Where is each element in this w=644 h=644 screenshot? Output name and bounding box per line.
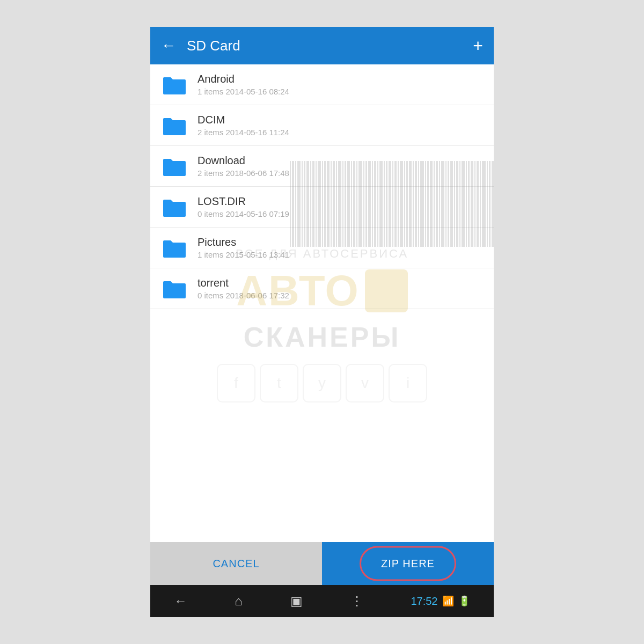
file-info: Download 2 items 2018-06-06 17:48 — [197, 155, 289, 178]
social-instagram-icon: i — [389, 364, 427, 402]
folder-icon — [161, 115, 187, 136]
file-meta: 2 items 2018-06-06 17:48 — [197, 169, 289, 178]
file-name: Pictures — [197, 236, 289, 248]
file-info: Pictures 1 items 2015-05-16 13:41 — [197, 236, 289, 259]
social-facebook-icon: f — [217, 364, 255, 402]
list-item[interactable]: Android 1 items 2014-05-16 08:24 — [150, 64, 494, 105]
social-youtube-icon: y — [303, 364, 341, 402]
nav-menu-icon[interactable]: ⋮ — [350, 594, 363, 609]
nav-home-icon[interactable]: ⌂ — [235, 594, 243, 609]
page-title: SD Card — [187, 38, 473, 54]
watermark-line2: СКАНЕРЫ — [244, 321, 401, 353]
file-info: DCIM 2 items 2014-05-16 11:24 — [197, 114, 289, 137]
file-info: torrent 0 items 2018-06-06 17:32 — [197, 277, 289, 300]
top-bar: ← SD Card + — [150, 27, 494, 64]
folder-icon — [161, 278, 187, 299]
list-item[interactable]: LOST.DIR 0 items 2014-05-16 07:19 — [150, 187, 494, 228]
file-list: Android 1 items 2014-05-16 08:24 DCIM 2 … — [150, 64, 494, 542]
add-button[interactable]: + — [473, 36, 483, 56]
list-item[interactable]: DCIM 2 items 2014-05-16 11:24 — [150, 105, 494, 146]
nav-wifi-icon: 📶 — [442, 595, 454, 607]
folder-icon — [161, 156, 187, 177]
social-twitter-icon: t — [260, 364, 298, 402]
nav-time: 17:52 — [411, 595, 437, 608]
social-vk-icon: v — [346, 364, 384, 402]
file-meta: 0 items 2014-05-16 07:19 — [197, 209, 289, 218]
nav-bar: ← ⌂ ▣ ⋮ 17:52 📶 🔋 — [150, 585, 494, 617]
zip-button-label: ZIP HERE — [381, 558, 435, 569]
folder-icon — [161, 196, 187, 218]
list-item[interactable]: torrent 0 items 2018-06-06 17:32 — [150, 268, 494, 309]
folder-icon — [161, 74, 187, 96]
back-button[interactable]: ← — [161, 37, 176, 54]
nav-back-icon[interactable]: ← — [174, 594, 187, 609]
bottom-buttons: CANCEL ZIP HERE — [150, 542, 494, 585]
file-meta: 1 items 2015-05-16 13:41 — [197, 250, 289, 259]
nav-battery-icon: 🔋 — [458, 595, 470, 607]
list-item[interactable]: Pictures 1 items 2015-05-16 13:41 — [150, 228, 494, 268]
nav-status: 17:52 📶 🔋 — [411, 595, 470, 608]
file-meta: 0 items 2018-06-06 17:32 — [197, 291, 289, 300]
folder-icon — [161, 237, 187, 259]
watermark-social: f t y v i — [217, 364, 427, 402]
file-name: Download — [197, 155, 289, 167]
file-name: torrent — [197, 277, 289, 289]
file-name: DCIM — [197, 114, 289, 126]
phone-container: ← SD Card + Android 1 items 2014-05-16 0… — [150, 27, 494, 617]
file-info: LOST.DIR 0 items 2014-05-16 07:19 — [197, 195, 289, 218]
file-info: Android 1 items 2014-05-16 08:24 — [197, 73, 289, 96]
file-meta: 2 items 2014-05-16 11:24 — [197, 128, 289, 137]
file-meta: 1 items 2014-05-16 08:24 — [197, 87, 289, 96]
nav-recents-icon[interactable]: ▣ — [290, 594, 303, 609]
file-name: Android — [197, 73, 289, 85]
zip-here-button[interactable]: ZIP HERE — [322, 542, 494, 585]
file-name: LOST.DIR — [197, 195, 289, 208]
cancel-button[interactable]: CANCEL — [150, 542, 322, 585]
list-item[interactable]: Download 2 items 2018-06-06 17:48 — [150, 146, 494, 187]
